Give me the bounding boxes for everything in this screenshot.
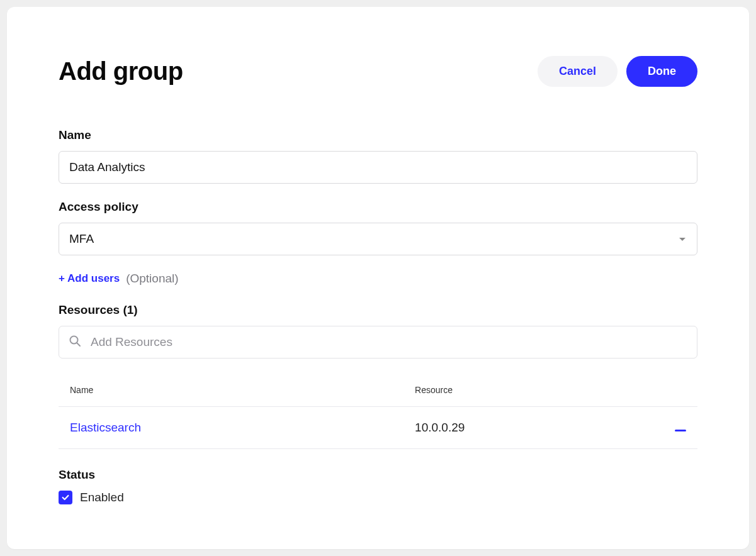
access-policy-label: Access policy bbox=[59, 200, 697, 214]
access-policy-field-group: Access policy bbox=[59, 200, 697, 255]
enabled-checkbox[interactable] bbox=[59, 491, 72, 504]
done-button[interactable]: Done bbox=[626, 56, 697, 87]
status-check-row: Enabled bbox=[59, 491, 697, 504]
resources-search-wrap bbox=[59, 326, 697, 359]
status-label: Status bbox=[59, 468, 697, 482]
search-icon bbox=[69, 335, 81, 350]
resources-table: Name Resource Elasticsearch 10.0.0.29 bbox=[59, 374, 697, 449]
table-row: Elasticsearch 10.0.0.29 bbox=[59, 407, 697, 449]
add-group-panel: Add group Cancel Done Name Access policy… bbox=[7, 7, 749, 549]
status-block: Status Enabled bbox=[59, 468, 697, 504]
page-title: Add group bbox=[59, 57, 183, 86]
resources-heading: Resources (1) bbox=[59, 303, 697, 317]
name-label: Name bbox=[59, 128, 697, 142]
svg-point-0 bbox=[71, 336, 78, 344]
remove-resource-icon[interactable] bbox=[675, 430, 686, 431]
check-icon bbox=[61, 493, 70, 502]
add-users-row: + Add users (Optional) bbox=[59, 272, 697, 286]
resources-search-input[interactable] bbox=[59, 326, 697, 359]
header: Add group Cancel Done bbox=[59, 56, 697, 87]
table-header-resource: Resource bbox=[403, 374, 659, 407]
resource-name-link[interactable]: Elasticsearch bbox=[70, 421, 141, 434]
cancel-button[interactable]: Cancel bbox=[538, 56, 618, 87]
access-policy-select[interactable] bbox=[59, 223, 697, 255]
resource-address: 10.0.0.29 bbox=[415, 421, 465, 434]
header-actions: Cancel Done bbox=[538, 56, 697, 87]
name-input[interactable] bbox=[59, 151, 697, 184]
svg-line-1 bbox=[77, 343, 81, 347]
add-users-optional: (Optional) bbox=[126, 272, 178, 286]
table-header-actions bbox=[659, 374, 697, 407]
access-policy-select-wrap bbox=[59, 223, 697, 255]
add-users-link[interactable]: + Add users bbox=[59, 272, 120, 285]
name-field-group: Name bbox=[59, 128, 697, 184]
table-header-name: Name bbox=[59, 374, 403, 407]
enabled-label: Enabled bbox=[80, 491, 124, 504]
